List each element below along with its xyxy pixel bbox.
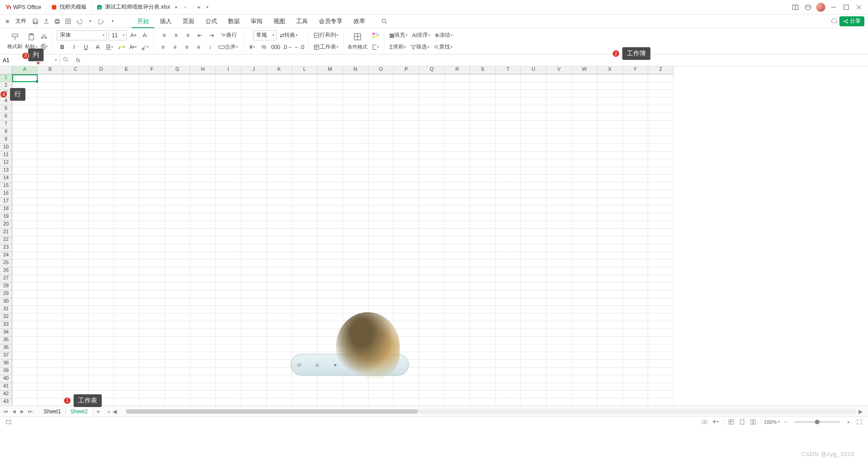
cell[interactable] <box>292 152 317 159</box>
cell[interactable] <box>89 321 114 329</box>
cell[interactable] <box>63 360 89 368</box>
cell[interactable] <box>12 159 38 167</box>
cell[interactable] <box>114 167 139 175</box>
cell[interactable] <box>292 90 317 98</box>
print-preview-icon[interactable] <box>63 16 74 27</box>
cell[interactable] <box>165 383 190 391</box>
cell[interactable] <box>89 236 114 244</box>
cell[interactable] <box>496 136 521 144</box>
cut-icon[interactable] <box>39 31 49 41</box>
cell[interactable] <box>114 375 139 383</box>
cell[interactable] <box>63 175 89 182</box>
cell[interactable] <box>267 74 292 82</box>
cell[interactable] <box>648 275 674 283</box>
cell[interactable] <box>572 229 597 236</box>
cell[interactable] <box>597 128 623 136</box>
cell[interactable] <box>445 368 470 375</box>
cell[interactable] <box>241 260 267 267</box>
cell[interactable] <box>419 267 445 275</box>
cell[interactable] <box>216 344 241 352</box>
cell[interactable] <box>241 159 267 167</box>
cell[interactable] <box>470 128 496 136</box>
cell[interactable] <box>648 190 674 198</box>
cell[interactable] <box>292 298 317 306</box>
cell[interactable] <box>267 152 292 159</box>
cell[interactable] <box>343 260 368 267</box>
cell[interactable] <box>597 252 623 260</box>
bold-icon[interactable]: B <box>57 42 67 52</box>
cell[interactable] <box>623 290 648 298</box>
cell[interactable] <box>165 144 190 152</box>
cell[interactable] <box>139 167 165 175</box>
cell[interactable] <box>470 74 496 82</box>
cell[interactable] <box>343 236 368 244</box>
halign-center-icon[interactable]: ≡ <box>170 42 180 52</box>
cell[interactable] <box>317 221 343 229</box>
cell[interactable] <box>165 236 190 244</box>
cell[interactable] <box>419 182 445 190</box>
cell[interactable] <box>445 329 470 337</box>
cell[interactable] <box>216 244 241 252</box>
cell[interactable] <box>343 290 368 298</box>
cell[interactable] <box>546 213 572 221</box>
cell[interactable] <box>190 206 216 213</box>
cell[interactable] <box>267 82 292 90</box>
sheet-tab-1[interactable]: Sheet1 <box>39 407 66 416</box>
hscroll-right-icon[interactable]: ▶ <box>857 408 864 415</box>
cell[interactable] <box>89 352 114 360</box>
cell[interactable] <box>241 329 267 337</box>
cell[interactable] <box>12 368 38 375</box>
name-box-dropdown[interactable]: ▾ <box>53 58 57 62</box>
cell[interactable] <box>368 90 394 98</box>
cell[interactable] <box>597 105 623 113</box>
search-icon[interactable] <box>380 17 389 26</box>
cell[interactable] <box>317 182 343 190</box>
cell[interactable] <box>63 306 89 314</box>
cell[interactable] <box>216 144 241 152</box>
cell[interactable] <box>419 306 445 314</box>
cell[interactable] <box>216 321 241 329</box>
cell[interactable] <box>317 206 343 213</box>
zoom-out-icon[interactable]: − <box>781 418 791 426</box>
cell[interactable] <box>648 337 674 344</box>
cell[interactable] <box>190 128 216 136</box>
cell[interactable] <box>114 105 139 113</box>
col-header-R[interactable]: R <box>445 66 470 74</box>
tab-efficiency[interactable]: 效率 <box>348 15 371 28</box>
cell[interactable] <box>139 360 165 368</box>
cell[interactable] <box>546 398 572 406</box>
cell[interactable] <box>89 182 114 190</box>
row-header-6[interactable]: 6 <box>0 113 12 121</box>
cell[interactable] <box>267 236 292 244</box>
cell[interactable] <box>190 344 216 352</box>
cell[interactable] <box>190 159 216 167</box>
cell[interactable] <box>114 98 139 105</box>
cell[interactable] <box>292 74 317 82</box>
cell[interactable] <box>89 121 114 128</box>
cell[interactable] <box>114 360 139 368</box>
cell[interactable] <box>343 82 368 90</box>
cell[interactable] <box>241 236 267 244</box>
cell[interactable] <box>165 360 190 368</box>
cell[interactable] <box>343 98 368 105</box>
cell[interactable] <box>12 236 38 244</box>
row-header-33[interactable]: 33 <box>0 321 12 329</box>
cell[interactable] <box>12 144 38 152</box>
cell[interactable] <box>623 152 648 159</box>
cell[interactable] <box>496 128 521 136</box>
cell[interactable] <box>394 167 419 175</box>
cloud-icon[interactable] <box>828 16 839 27</box>
cell[interactable] <box>165 368 190 375</box>
cell[interactable] <box>63 167 89 175</box>
cell[interactable] <box>165 298 190 306</box>
col-header-X[interactable]: X <box>597 66 623 74</box>
cell[interactable] <box>623 105 648 113</box>
cell[interactable] <box>139 198 165 206</box>
cell[interactable] <box>572 98 597 105</box>
cell[interactable] <box>445 283 470 290</box>
cell[interactable] <box>521 260 546 267</box>
decrease-font-icon[interactable]: A- <box>140 30 150 40</box>
cell[interactable] <box>114 113 139 121</box>
cell[interactable] <box>445 375 470 383</box>
cell[interactable] <box>114 74 139 82</box>
